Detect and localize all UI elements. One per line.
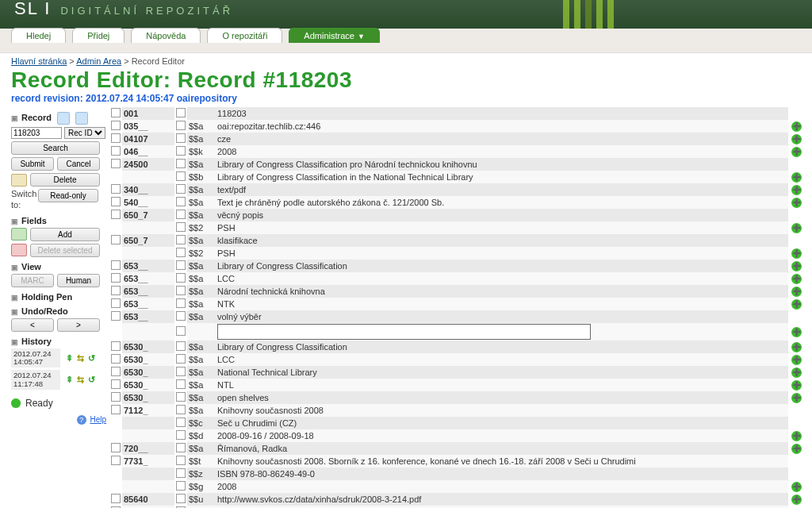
field-value[interactable]: 2008 bbox=[214, 480, 788, 493]
copy-icon[interactable] bbox=[75, 112, 88, 125]
subfield-code[interactable]: $$a bbox=[187, 298, 214, 310]
subfield-code[interactable]: $$a bbox=[187, 379, 214, 391]
add-button[interactable]: Add bbox=[30, 228, 100, 241]
delete-button[interactable]: Delete bbox=[30, 173, 100, 187]
add-subfield-icon[interactable] bbox=[788, 285, 804, 298]
hist-compare-icon[interactable]: ⇆ bbox=[75, 353, 86, 364]
row-checkbox[interactable] bbox=[111, 159, 121, 168]
subfield-checkbox[interactable] bbox=[176, 260, 186, 270]
add-subfield-icon[interactable] bbox=[788, 366, 804, 379]
readonly-button[interactable]: Read-only bbox=[38, 189, 98, 202]
field-tag[interactable] bbox=[122, 247, 174, 260]
subfield-code[interactable]: $$a bbox=[187, 158, 214, 171]
subfield-checkbox[interactable] bbox=[176, 108, 186, 117]
add-subfield-icon[interactable] bbox=[788, 221, 804, 234]
add-subfield-icon[interactable] bbox=[788, 234, 804, 247]
add-subfield-icon[interactable] bbox=[788, 379, 804, 391]
subfield-code[interactable]: $$g bbox=[187, 480, 214, 493]
add-subfield-icon[interactable] bbox=[788, 145, 804, 158]
add-subfield-icon[interactable] bbox=[788, 133, 804, 145]
cancel-button[interactable]: Cancel bbox=[57, 157, 100, 171]
help-icon[interactable]: ? bbox=[77, 415, 86, 425]
hist-tree-icon[interactable]: ⇞ bbox=[63, 353, 75, 364]
recid-input[interactable] bbox=[11, 127, 62, 139]
field-value[interactable]: text/pdf bbox=[214, 183, 788, 196]
field-value[interactable]: 2008-09-16 / 2008-09-18 bbox=[214, 429, 788, 442]
field-value[interactable]: NTL bbox=[214, 379, 788, 391]
add-subfield-icon[interactable] bbox=[788, 171, 804, 183]
add-subfield-icon[interactable] bbox=[788, 260, 804, 272]
field-tag[interactable] bbox=[122, 417, 174, 429]
field-tag[interactable]: 653__ bbox=[122, 260, 174, 272]
field-value[interactable]: Seč u Chrudimi (CZ) bbox=[214, 417, 788, 429]
field-tag[interactable]: 035__ bbox=[122, 120, 174, 133]
field-tag[interactable]: 653__ bbox=[122, 298, 174, 310]
field-tag[interactable]: 6530_ bbox=[122, 353, 174, 366]
field-value[interactable]: PSH bbox=[214, 247, 788, 260]
subfield-code[interactable]: $$a bbox=[187, 341, 214, 353]
field-tag[interactable]: 85640 bbox=[122, 493, 174, 506]
field-tag[interactable]: 04107 bbox=[122, 133, 174, 145]
field-value[interactable]: věcný popis bbox=[214, 209, 788, 221]
field-value[interactable]: 118203 bbox=[214, 107, 788, 120]
subfield-code[interactable]: $$2 bbox=[187, 247, 214, 260]
subfield-code[interactable]: $$a bbox=[187, 366, 214, 379]
row-checkbox[interactable] bbox=[111, 184, 121, 194]
row-checkbox[interactable] bbox=[111, 235, 121, 244]
record-icon[interactable] bbox=[57, 112, 70, 125]
breadcrumb-home[interactable]: Hlavní stránka bbox=[11, 56, 67, 66]
field-tag[interactable]: 650_7 bbox=[122, 234, 174, 247]
subfield-code[interactable]: $$u bbox=[187, 493, 214, 506]
subfield-checkbox[interactable] bbox=[176, 286, 186, 295]
add-icon[interactable] bbox=[11, 228, 27, 241]
subfield-checkbox[interactable] bbox=[176, 311, 186, 321]
row-checkbox[interactable] bbox=[111, 354, 121, 364]
field-tag[interactable] bbox=[122, 323, 174, 341]
subfield-code[interactable]: $$a bbox=[187, 183, 214, 196]
field-value[interactable]: National Technical Library bbox=[214, 366, 788, 379]
tab-hledej[interactable]: Hledej bbox=[11, 28, 66, 43]
row-checkbox[interactable] bbox=[111, 379, 121, 389]
add-subfield-icon[interactable] bbox=[788, 107, 804, 120]
subfield-checkbox[interactable] bbox=[176, 341, 186, 351]
subfield-checkbox[interactable] bbox=[176, 430, 186, 440]
field-tag[interactable]: 340__ bbox=[122, 183, 174, 196]
subfield-code[interactable]: $$a bbox=[187, 285, 214, 298]
row-checkbox[interactable] bbox=[111, 443, 121, 452]
hist-revert-icon[interactable]: ↺ bbox=[86, 375, 97, 385]
field-tag[interactable]: 653__ bbox=[122, 285, 174, 298]
field-tag[interactable]: 653__ bbox=[122, 310, 174, 323]
subfield-checkbox[interactable] bbox=[176, 367, 186, 376]
subfield-checkbox[interactable] bbox=[176, 468, 186, 478]
subfield-checkbox[interactable] bbox=[176, 418, 186, 427]
field-value[interactable]: Library of Congress Classification bbox=[214, 260, 788, 272]
field-value[interactable]: Library of Congress Classification in th… bbox=[214, 171, 788, 183]
marc-button[interactable]: MARC bbox=[11, 274, 54, 287]
subfield-checkbox[interactable] bbox=[176, 210, 186, 219]
row-checkbox[interactable] bbox=[111, 405, 121, 414]
field-tag[interactable] bbox=[122, 480, 174, 493]
subfield-checkbox[interactable] bbox=[176, 298, 186, 308]
field-tag[interactable]: 6530_ bbox=[122, 379, 174, 391]
subfield-checkbox[interactable] bbox=[176, 171, 186, 181]
tab-administrace[interactable]: Administrace▼ bbox=[289, 28, 380, 43]
subfield-checkbox[interactable] bbox=[176, 481, 186, 491]
add-subfield-icon[interactable] bbox=[788, 468, 804, 480]
subfield-code[interactable]: $$a bbox=[187, 353, 214, 366]
field-tag[interactable]: 001 bbox=[122, 107, 174, 120]
subfield-checkbox[interactable] bbox=[176, 443, 186, 452]
field-tag[interactable] bbox=[122, 221, 174, 234]
add-subfield-icon[interactable] bbox=[788, 455, 804, 468]
subfield-code[interactable]: $$a bbox=[187, 442, 214, 455]
row-checkbox[interactable] bbox=[111, 108, 121, 117]
mode-icon[interactable] bbox=[11, 174, 27, 187]
row-checkbox[interactable] bbox=[111, 311, 121, 321]
field-tag[interactable]: 046__ bbox=[122, 145, 174, 158]
row-checkbox[interactable] bbox=[111, 298, 121, 308]
subfield-checkbox[interactable] bbox=[176, 133, 186, 143]
row-checkbox[interactable] bbox=[111, 197, 121, 206]
field-tag[interactable]: 6530_ bbox=[122, 341, 174, 353]
add-subfield-icon[interactable] bbox=[788, 480, 804, 493]
inline-edit-input[interactable] bbox=[217, 324, 591, 340]
field-value[interactable]: PSH bbox=[214, 221, 788, 234]
